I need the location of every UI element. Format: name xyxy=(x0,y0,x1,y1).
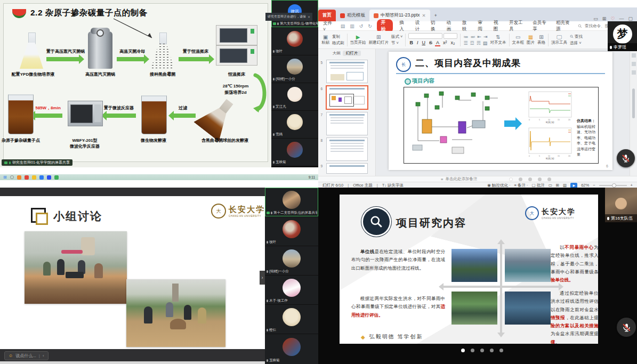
participant-tile[interactable]: 雪鸽 xyxy=(271,111,318,138)
align-right-icon[interactable]: ☴ xyxy=(477,41,481,46)
select-button[interactable]: 选择 ˅ xyxy=(570,41,583,46)
zoom-in-button[interactable]: + xyxy=(631,183,633,188)
participant-tile[interactable]: 玉映菊 xyxy=(265,334,318,364)
taskbar-app-icon[interactable] xyxy=(32,175,36,180)
mute-button[interactable] xyxy=(617,149,635,167)
carousel-dot[interactable] xyxy=(528,177,532,181)
justify-icon[interactable]: ▤ xyxy=(483,41,488,46)
participant-tile[interactable]: 玫叶 xyxy=(265,217,318,246)
font-size-input[interactable] xyxy=(444,33,457,39)
participant-tile[interactable]: (锦鲤)一小分 xyxy=(265,246,318,275)
collapse-icon[interactable]: ‹ xyxy=(43,353,44,358)
layout-button[interactable]: 版式 ˅ xyxy=(391,34,402,39)
new-slide-button[interactable]: ⊞新建幻灯片 xyxy=(369,35,389,45)
sidebar-tool-icon[interactable] xyxy=(632,62,636,66)
close-tab-icon[interactable]: ✕ xyxy=(422,13,426,18)
slide-thumbnail[interactable]: 9 xyxy=(326,163,368,174)
sidebar-tool-icon[interactable] xyxy=(632,70,636,75)
undo-icon[interactable]: ↺ xyxy=(359,23,364,29)
participant-tile[interactable]: (锦鲤)一小分 xyxy=(271,55,318,83)
slide-thumbnail[interactable]: 7 xyxy=(326,112,368,135)
zoom-level[interactable]: 62% xyxy=(581,183,589,188)
align-center-icon[interactable]: ☲ xyxy=(470,41,474,46)
bold-button[interactable]: B xyxy=(408,40,414,46)
section-button[interactable]: 节 ˅ xyxy=(391,41,402,46)
page-dot[interactable] xyxy=(471,349,474,352)
view-normal-icon[interactable]: ▭ xyxy=(549,183,552,188)
strike-button[interactable]: S xyxy=(428,40,433,46)
page-dot[interactable] xyxy=(480,349,484,352)
taskbar-app-icon[interactable] xyxy=(54,175,59,180)
participant-tile[interactable]: 木子·玫工作 xyxy=(265,276,318,304)
tab-slides[interactable]: 幻灯片 xyxy=(343,51,361,56)
speaker-camera-tile[interactable]: 第16支队伍 xyxy=(605,188,637,222)
taskbar-app-icon[interactable] xyxy=(17,175,21,180)
comments-toggle-button[interactable]: ▢ 批注 xyxy=(532,183,545,188)
split-view-icon[interactable]: ▭ xyxy=(593,16,598,21)
chat-input[interactable]: ☺ 说点什么... | ‹ xyxy=(4,351,49,360)
indent-increase-icon[interactable]: ⇥ xyxy=(483,34,488,39)
italic-button[interactable]: I xyxy=(416,40,420,46)
number-list-icon[interactable]: ≕ xyxy=(470,34,475,39)
notes-toggle-button[interactable]: ≡ 备注 · xyxy=(514,183,528,188)
paste-button[interactable]: ▣粘贴 xyxy=(321,35,329,45)
status-theme[interactable]: Office 主题 xyxy=(353,183,373,188)
carousel-dot[interactable] xyxy=(538,177,542,181)
tab-docer[interactable]: 稻壳模板 xyxy=(336,10,369,21)
participant-tile[interactable]: 第十二支答辩队伍的屏幕共享 xyxy=(265,188,318,216)
print-icon[interactable]: ▥ xyxy=(350,23,354,29)
underline-button[interactable]: U xyxy=(421,40,426,46)
table-button[interactable]: ⊞表格 xyxy=(537,35,545,45)
favorite-heart-icon[interactable]: ♡ xyxy=(610,16,615,21)
participant-tile[interactable]: 艾江凡 xyxy=(271,83,318,110)
save-icon[interactable]: ▤ xyxy=(341,23,345,29)
menu-file[interactable]: 文件 ˅ xyxy=(321,20,336,33)
notes-bar[interactable]: ≡ 单击此处添加备注 xyxy=(318,176,637,182)
align-left-icon[interactable]: ☰ xyxy=(463,41,467,46)
taskbar-app-icon[interactable] xyxy=(25,175,29,180)
presenter-camera-tile[interactable]: 梦 李梦瑶 xyxy=(608,21,637,51)
font-color-button[interactable]: A xyxy=(435,40,440,46)
indent-decrease-icon[interactable]: ⇤ xyxy=(477,34,481,39)
search-icon[interactable] xyxy=(10,175,14,179)
participant-tile[interactable]: 玫叶 xyxy=(271,28,318,55)
carousel-dot[interactable] xyxy=(519,177,522,181)
font-name-input[interactable] xyxy=(408,33,442,39)
close-icon[interactable]: ✕ xyxy=(308,15,310,19)
page-dot[interactable] xyxy=(490,349,494,352)
carousel-dot-active[interactable] xyxy=(509,177,513,181)
play-from-current-button[interactable]: ▶当页开始 xyxy=(350,35,366,45)
align-text-button[interactable]: ⇅对齐文本 xyxy=(490,35,506,45)
format-painter-button[interactable]: 格式刷 xyxy=(332,41,344,46)
scrollbar-thumb[interactable] xyxy=(632,88,635,118)
minimize-icon[interactable]: — xyxy=(619,16,624,21)
participant-tile[interactable]: 玉映菊 xyxy=(271,139,318,166)
mute-button[interactable] xyxy=(617,318,636,337)
bullet-list-icon[interactable]: ≔ xyxy=(463,34,468,39)
slide-thumbnail[interactable]: 5 xyxy=(326,60,368,83)
textbox-button[interactable]: ▭文本框 xyxy=(512,35,525,45)
taskbar-app-icon[interactable] xyxy=(39,175,44,180)
status-missing-font[interactable]: T↓ 缺失字体 xyxy=(382,183,404,188)
zoom-slider[interactable] xyxy=(599,185,627,186)
zoom-out-button[interactable]: − xyxy=(593,183,595,188)
wps-current-slide[interactable]: 长 二、项目内容及中期成果 项目内容 xyxy=(389,52,612,170)
touch-mode-button[interactable]: ◉ 触控优化 · xyxy=(487,183,510,188)
participant-tile[interactable]: 橙仁 xyxy=(265,305,318,334)
windows-start-icon[interactable]: ⊞ xyxy=(3,175,7,180)
picture-button[interactable]: ▦图片 xyxy=(527,35,535,45)
meeting-toast[interactable]: 研究生答辩正在进行，请保持静音… ✕ xyxy=(265,13,312,21)
subscript-button[interactable]: x₂ xyxy=(450,40,456,46)
strip-expand-arrow[interactable]: › xyxy=(260,271,265,285)
maximize-icon[interactable]: ▢ xyxy=(628,16,633,21)
present-tools-button[interactable]: 🖵演示工具 xyxy=(551,35,567,45)
carousel-dot[interactable] xyxy=(547,177,551,181)
layout-grid-icon[interactable]: ⊞ xyxy=(602,16,607,21)
page-dot-active[interactable] xyxy=(461,349,465,352)
slide-thumbnail-selected[interactable]: 6 xyxy=(326,85,368,110)
view-reading-icon[interactable]: ▥ xyxy=(563,183,567,188)
redo-icon[interactable]: ↻ xyxy=(368,23,372,29)
page-dot[interactable] xyxy=(499,349,503,352)
superscript-button[interactable]: x² xyxy=(442,40,448,46)
tab-outline[interactable]: 大纲 xyxy=(333,51,341,56)
